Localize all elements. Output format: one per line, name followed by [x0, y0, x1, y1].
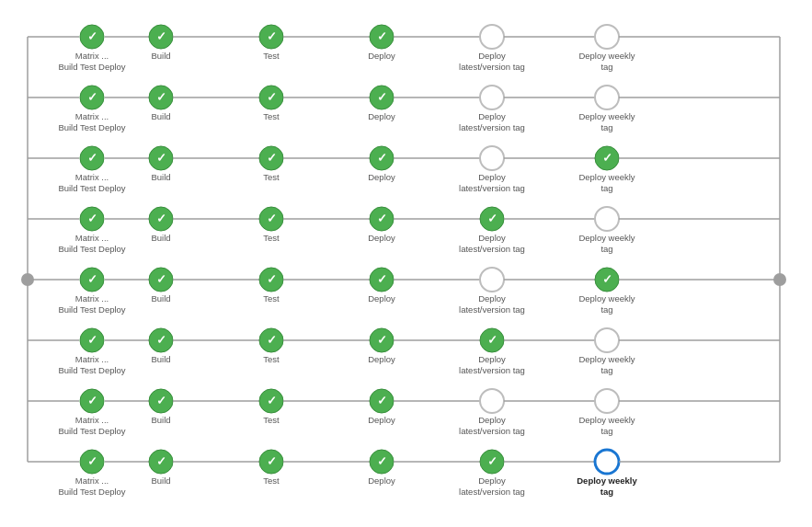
svg-text:✓: ✓ [377, 333, 387, 347]
svg-text:✓: ✓ [267, 29, 277, 43]
svg-text:✓: ✓ [377, 272, 387, 286]
svg-point-108 [595, 328, 619, 352]
svg-text:✓: ✓ [87, 394, 97, 407]
svg-text:✓: ✓ [267, 212, 277, 225]
svg-text:✓: ✓ [87, 151, 97, 165]
svg-text:✓: ✓ [487, 212, 497, 225]
svg-text:✓: ✓ [87, 212, 97, 225]
svg-text:✓: ✓ [156, 29, 166, 43]
svg-text:✓: ✓ [267, 394, 277, 407]
svg-text:✓: ✓ [602, 151, 612, 165]
svg-text:✓: ✓ [377, 29, 387, 43]
svg-text:✓: ✓ [156, 333, 166, 347]
page-title [0, 0, 812, 11]
svg-point-143 [595, 450, 619, 474]
svg-point-34 [480, 86, 504, 109]
svg-text:✓: ✓ [377, 454, 387, 468]
svg-text:✓: ✓ [156, 272, 166, 286]
svg-text:✓: ✓ [267, 272, 277, 286]
svg-text:✓: ✓ [156, 394, 166, 407]
svg-point-125 [595, 389, 619, 413]
svg-point-72 [595, 207, 619, 231]
svg-point-123 [480, 389, 504, 413]
svg-text:✓: ✓ [377, 151, 387, 165]
svg-text:✓: ✓ [267, 454, 277, 468]
svg-point-51 [480, 146, 504, 170]
svg-text:✓: ✓ [87, 333, 97, 347]
svg-text:✓: ✓ [156, 90, 166, 104]
pipeline-svg: ✓✓✓✓✓✓✓✓✓✓✓✓✓✓✓✓✓✓✓✓✓✓✓✓✓✓✓✓✓✓✓✓✓✓✓✓✓ [0, 11, 812, 512]
svg-text:✓: ✓ [377, 212, 387, 225]
svg-point-87 [480, 268, 504, 292]
svg-text:✓: ✓ [87, 272, 97, 286]
svg-text:✓: ✓ [487, 454, 497, 468]
pipeline-container: ✓✓✓✓✓✓✓✓✓✓✓✓✓✓✓✓✓✓✓✓✓✓✓✓✓✓✓✓✓✓✓✓✓✓✓✓✓ Ma… [0, 11, 812, 512]
svg-text:✓: ✓ [487, 333, 497, 347]
svg-point-17 [480, 25, 504, 49]
svg-text:✓: ✓ [156, 151, 166, 165]
svg-text:✓: ✓ [602, 272, 612, 286]
svg-text:✓: ✓ [156, 212, 166, 225]
svg-text:✓: ✓ [87, 454, 97, 468]
svg-text:✓: ✓ [267, 151, 277, 165]
svg-text:✓: ✓ [377, 394, 387, 407]
svg-text:✓: ✓ [87, 90, 97, 104]
svg-text:✓: ✓ [267, 90, 277, 104]
svg-text:✓: ✓ [87, 29, 97, 43]
svg-point-19 [595, 25, 619, 49]
svg-text:✓: ✓ [156, 454, 166, 468]
svg-text:✓: ✓ [377, 90, 387, 104]
svg-point-36 [595, 86, 619, 109]
svg-text:✓: ✓ [267, 333, 277, 347]
